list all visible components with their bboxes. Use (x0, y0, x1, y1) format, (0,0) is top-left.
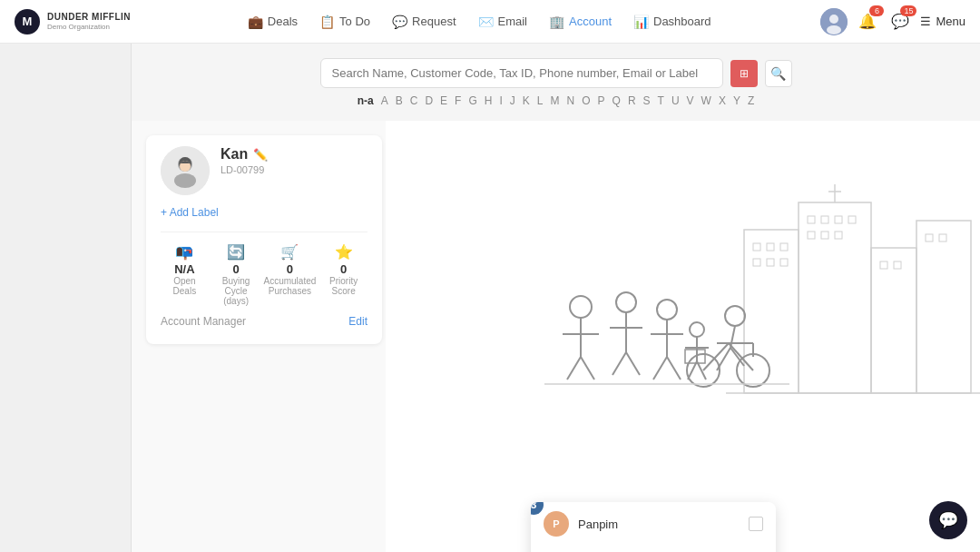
profile-name: Kan (220, 146, 248, 163)
alpha-V[interactable]: V (685, 94, 696, 108)
menu-button[interactable]: ☰ Menu (920, 15, 965, 28)
svg-line-46 (667, 357, 681, 380)
svg-line-35 (567, 357, 581, 380)
svg-rect-26 (894, 261, 901, 269)
svg-rect-22 (808, 232, 815, 239)
user-avatar[interactable] (820, 8, 848, 35)
svg-point-47 (690, 322, 704, 337)
svg-rect-21 (848, 216, 856, 223)
stat-item: 🔄0Buying Cycle (days) (212, 243, 260, 306)
alpha-W[interactable]: W (700, 94, 713, 108)
alpha-J[interactable]: J (508, 94, 517, 108)
alpha-T[interactable]: T (656, 94, 666, 108)
top-navigation: M DUNDER MIFFLIN Demo Organization 💼Deal… (0, 0, 980, 44)
svg-rect-23 (821, 232, 828, 239)
nav-item-dashboard[interactable]: 📊Dashboard (624, 9, 720, 34)
alpha-K[interactable]: K (521, 94, 532, 108)
svg-rect-24 (835, 232, 842, 239)
full-content: Kan ✏️ LD-00799 + Add Label 📭N/AOpen Dea… (132, 121, 980, 552)
item-checkbox[interactable] (749, 517, 763, 531)
alpha-R[interactable]: R (626, 94, 638, 108)
search-input[interactable] (320, 58, 723, 88)
svg-rect-10 (871, 248, 916, 393)
svg-rect-15 (753, 259, 760, 266)
svg-rect-13 (767, 243, 774, 251)
message-badge: 15 (900, 5, 916, 16)
stat-value: 0 (319, 262, 368, 276)
alpha-Q[interactable]: Q (611, 94, 622, 108)
stat-label: Accumulated Purchases (263, 276, 316, 296)
filter-button[interactable]: ⊞ (730, 60, 758, 87)
alpha-C[interactable]: C (408, 94, 420, 108)
alpha-E[interactable]: E (438, 94, 449, 108)
alpha-M[interactable]: M (549, 94, 562, 108)
alpha-X[interactable]: X (717, 94, 728, 108)
alpha-n-a[interactable]: n-a (356, 94, 376, 108)
alpha-O[interactable]: O (580, 94, 592, 108)
svg-rect-18 (808, 216, 815, 223)
content-area: ⊞ 🔍 n-aABCDEFGHIJKLMNOPQRSTUVWXYZ (132, 44, 980, 552)
alpha-Z[interactable]: Z (746, 94, 756, 108)
svg-line-56 (729, 343, 753, 370)
svg-line-36 (581, 357, 594, 380)
logo-text: DUNDER MIFFLIN Demo Organization (47, 12, 131, 32)
alpha-P[interactable]: P (596, 94, 607, 108)
left-panel: Kan ✏️ LD-00799 + Add Label 📭N/AOpen Dea… (132, 121, 386, 552)
profile-header: Kan ✏️ LD-00799 (161, 146, 368, 195)
logo[interactable]: M DUNDER MIFFLIN Demo Organization (15, 9, 131, 34)
alpha-G[interactable]: G (466, 94, 478, 108)
nav-item-email[interactable]: ✉️Email (469, 9, 537, 34)
stat-label: Open Deals (161, 276, 209, 296)
edit-name-icon[interactable]: ✏️ (253, 148, 268, 162)
alpha-F[interactable]: F (453, 94, 463, 108)
alpha-B[interactable]: B (394, 94, 405, 108)
alpha-U[interactable]: U (670, 94, 681, 108)
stat-value: N/A (161, 262, 209, 276)
illustration-area (472, 175, 980, 484)
alpha-D[interactable]: D (423, 94, 435, 108)
nav-item-deals[interactable]: 💼Deals (239, 9, 307, 34)
svg-point-52 (725, 306, 745, 326)
nav-item-request[interactable]: 💬Request (383, 9, 465, 34)
nav-items: 💼Deals📋To Do💬Request✉️Email🏢Account📊Dash… (145, 9, 813, 34)
dropdown-item-super_admin[interactable]: SA Super Admin (531, 546, 776, 552)
alpha-N[interactable]: N (565, 94, 577, 108)
stats-row: 📭N/AOpen Deals🔄0Buying Cycle (days)🛒0Acc… (161, 232, 368, 306)
nav-item-account[interactable]: 🏢Account (540, 9, 621, 34)
notifications-button[interactable]: 🔔 6 (855, 9, 880, 34)
add-label-button[interactable]: + Add Label (161, 206, 219, 219)
messages-button[interactable]: 💬 15 (887, 9, 913, 34)
alpha-I[interactable]: I (497, 94, 504, 108)
stat-label: Priority Score (319, 276, 368, 296)
search-bar: ⊞ 🔍 (320, 58, 792, 88)
email-nav-icon: ✉️ (478, 15, 494, 29)
alpha-L[interactable]: L (535, 94, 545, 108)
stat-icon: 🛒 (263, 243, 316, 261)
alpha-S[interactable]: S (642, 94, 652, 108)
svg-rect-27 (926, 234, 933, 242)
svg-line-45 (653, 357, 667, 380)
stat-value: 0 (263, 262, 316, 276)
svg-rect-12 (753, 243, 760, 251)
alpha-A[interactable]: A (379, 94, 390, 108)
svg-rect-28 (939, 234, 946, 242)
alpha-Y[interactable]: Y (731, 94, 742, 108)
stat-label: Buying Cycle (days) (212, 276, 260, 306)
svg-rect-19 (821, 216, 828, 223)
alpha-H[interactable]: H (483, 94, 495, 108)
notification-badge: 6 (869, 5, 884, 16)
account-manager-section: Account Manager Edit (161, 315, 368, 328)
svg-rect-11 (916, 221, 971, 393)
stat-item: 🛒0Accumulated Purchases (263, 243, 316, 306)
chat-fab-button[interactable]: 💬 (929, 501, 967, 539)
search-button[interactable]: 🔍 (765, 60, 792, 87)
stat-item: 📭N/AOpen Deals (161, 243, 209, 306)
dropdown-item-panpim[interactable]: P Panpim (531, 502, 776, 546)
account-manager-edit-button[interactable]: Edit (348, 315, 368, 328)
right-panel: 3 P Panpim SA Super Admin T Tanapoom Dan… (386, 121, 980, 552)
nav-item-todo[interactable]: 📋To Do (310, 9, 379, 34)
svg-line-41 (626, 352, 640, 375)
svg-point-42 (657, 300, 677, 320)
svg-line-51 (697, 361, 706, 380)
main-layout: ⊞ 🔍 n-aABCDEFGHIJKLMNOPQRSTUVWXYZ (0, 44, 980, 552)
